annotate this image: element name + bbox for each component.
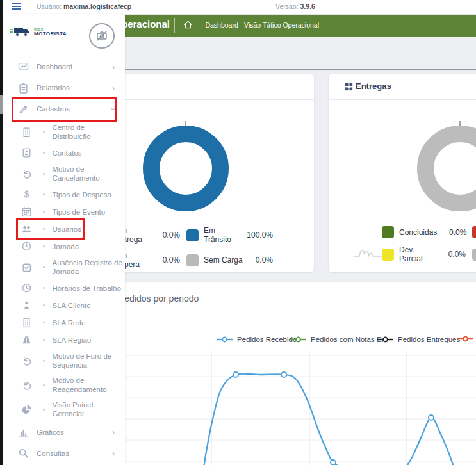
entregas-legend-item: Dev. Parcial0.0% — [382, 245, 466, 263]
sidebar-item-label: Motivo de Cancelamento — [53, 165, 124, 183]
bullet-icon: • — [43, 319, 45, 326]
sidebar-item-graficos[interactable]: Gráficos› — [3, 421, 125, 443]
packages-icon — [344, 82, 354, 92]
sidebar-item-centro-de-distribuicao[interactable]: •Centro de Distribuição — [3, 120, 125, 144]
sidebar-item-ausencia-registro-de-jornada[interactable]: •Ausência Registro de Jornada — [3, 255, 125, 279]
sidebar-item-motivo-de-reagendamento[interactable]: •Motivo de Reagendamento — [3, 373, 125, 397]
entregas-legend-item: Concluidas0.0% — [382, 226, 466, 238]
bullet-icon: • — [43, 149, 45, 156]
clipboard-icon — [18, 83, 29, 94]
sidebar-item-usuarios[interactable]: •Usuários — [3, 220, 125, 238]
entregas-card: Entregas Concluidas0.0%Dev. Parcial0.0% — [329, 74, 476, 272]
bar-chart-icon — [18, 427, 29, 437]
bullet-icon: • — [43, 357, 45, 364]
legend-label: Em Trânsito — [204, 226, 243, 244]
line-marker-icon — [290, 336, 307, 343]
line-marker-icon — [377, 336, 394, 343]
pie-icon — [21, 404, 32, 415]
entregas-legend-item — [466, 226, 476, 238]
entregas-donut-chart — [412, 120, 476, 216]
sidebar-item-sla-cliente[interactable]: •SLA Cliente — [3, 297, 125, 314]
undo-icon — [21, 355, 32, 366]
legend-label: Dev. Parcial — [399, 245, 436, 263]
bullet-icon: • — [43, 208, 45, 215]
contact-card-icon — [21, 147, 32, 158]
legend-swatch — [382, 226, 394, 238]
sidebar-item-tipos-de-despesa[interactable]: •Tipos de Despesa — [3, 186, 125, 203]
sidebar-item-visao-painel-gerencial[interactable]: •Visão Painel Gerencial — [3, 397, 125, 421]
chevron-right-icon: › — [112, 448, 115, 458]
entregas-legend: Concluidas0.0%Dev. Parcial0.0% — [382, 226, 476, 263]
legend-value: 0.0% — [243, 256, 273, 265]
sidebar-item-label: SLA Região — [53, 336, 124, 345]
sidebar-item-label: Gráficos — [37, 428, 101, 437]
chart-legend-item[interactable]: Pedidos com Notas E... — [290, 336, 388, 343]
chart-legend-item[interactable] — [457, 336, 476, 342]
sidebar-item-label: Relatórios — [37, 83, 101, 92]
top-bar: Usuário: maxima.logisticafecp Versão: 3.… — [0, 0, 476, 15]
line-marker-icon — [216, 336, 233, 343]
content-divider — [125, 69, 476, 70]
bullet-icon: • — [43, 382, 45, 389]
building-icon — [21, 127, 32, 138]
left-edge-strip — [0, 0, 3, 465]
bullet-icon: • — [43, 191, 45, 198]
vehicle-status-legend-item: Em Trânsito100.0% — [180, 226, 273, 244]
chart-legend-item[interactable]: Pedidos Recebidos — [216, 336, 300, 343]
chart-legend-item[interactable]: Pedidos Entregues — [377, 336, 460, 343]
bullet-icon: • — [43, 284, 45, 291]
header-divider — [174, 18, 175, 33]
user-info: Usuário: maxima.logisticafecp — [37, 3, 131, 10]
road-icon — [21, 334, 32, 345]
undo-icon — [21, 168, 32, 179]
breadcrumb[interactable]: - Dashboard - Visão Tático Operacional — [201, 21, 319, 29]
sidebar-item-label: Cadastros — [37, 104, 101, 113]
sidebar-item-dashboard[interactable]: Dashboard› — [3, 56, 125, 78]
sidebar-item-label: Motivo de Reagendamento — [53, 376, 124, 394]
legend-value: 100.0% — [243, 231, 273, 240]
building-icon — [21, 317, 32, 328]
bullet-icon: • — [43, 264, 45, 271]
bullet-icon: • — [43, 336, 45, 343]
entregas-legend-item — [466, 245, 476, 263]
legend-label: Sem Carga — [204, 256, 243, 265]
vehicle-status-legend-item: Sem Carga0.0% — [180, 251, 273, 269]
user-value: maxima.logisticafecp — [63, 3, 131, 10]
sidebar-item-label: Horários de Trabalho — [53, 284, 124, 293]
sidebar-item-label: Consultas — [37, 449, 101, 458]
pencil-icon — [18, 104, 29, 115]
bullet-icon: • — [43, 243, 45, 250]
sidebar-item-consultas[interactable]: Consultas› — [3, 443, 125, 464]
sidebar-item-motivo-de-furo-de-sequencia[interactable]: •Motivo de Furo de Sequência — [3, 348, 125, 373]
legend-swatch — [382, 249, 394, 261]
sidebar-item-horarios-de-trabalho[interactable]: •Horários de Trabalho — [3, 279, 125, 297]
home-icon[interactable] — [183, 20, 193, 29]
legend-swatch — [472, 249, 476, 261]
hamburger-menu-icon[interactable] — [12, 3, 21, 10]
chart-line-icon — [18, 61, 29, 72]
vehicle-status-donut-chart — [138, 120, 234, 216]
sidebar-item-relatorios[interactable]: Relatórios› — [3, 78, 125, 99]
left-scrollbar-thumb[interactable] — [0, 95, 3, 114]
sidebar-item-tipos-de-evento[interactable]: •Tipos de Evento — [3, 203, 125, 220]
sidebar-item-contatos[interactable]: •Contatos — [3, 144, 125, 161]
sidebar-item-label: Dashboard — [37, 62, 101, 71]
bullet-icon: • — [43, 129, 45, 136]
sidebar-item-jornada[interactable]: •Jornada — [3, 238, 125, 255]
orders-line-chart — [125, 351, 476, 465]
legend-swatch — [186, 254, 199, 266]
sidebar-item-cadastros[interactable]: Cadastros› — [3, 99, 125, 120]
sidebar-item-label: Contatos — [53, 149, 124, 158]
chevron-right-icon: › — [112, 427, 115, 437]
chevron-right-icon: › — [112, 62, 115, 72]
sidebar-item-sla-rede[interactable]: •SLA Rede — [3, 314, 125, 331]
legend-swatch — [186, 229, 199, 241]
sidebar-item-motivo-de-cancelamento[interactable]: •Motivo de Cancelamento — [3, 161, 125, 186]
sidebar-item-sla-regiao[interactable]: •SLA Região — [3, 331, 125, 348]
legend-label: Concluidas — [399, 228, 437, 237]
person-icon — [21, 300, 32, 311]
clock-icon — [21, 241, 32, 252]
avatar-no-photo[interactable] — [89, 23, 115, 49]
sidebar-item-label: Motivo de Furo de Sequência — [53, 352, 124, 370]
bullet-icon: • — [43, 225, 45, 232]
